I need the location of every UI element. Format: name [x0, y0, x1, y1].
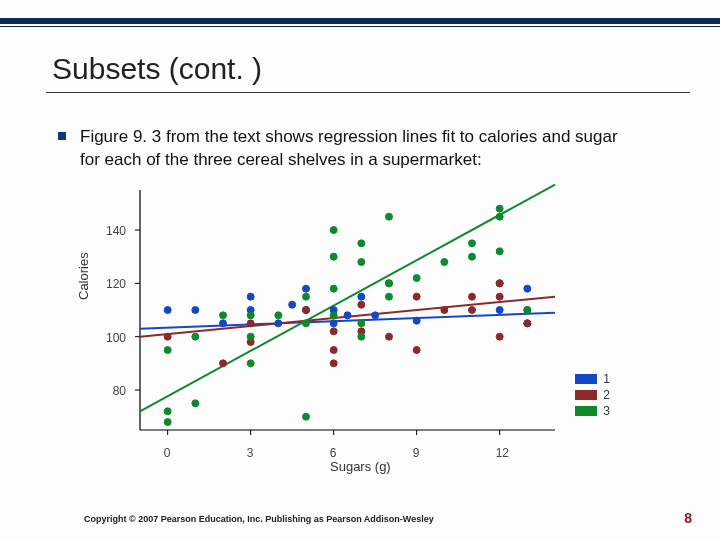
- svg-point-26: [358, 293, 365, 300]
- svg-point-56: [164, 408, 171, 415]
- slide-title: Subsets (cont. ): [52, 52, 262, 86]
- legend: 123: [575, 370, 610, 420]
- svg-point-85: [496, 213, 503, 220]
- svg-point-59: [192, 400, 199, 407]
- svg-point-19: [275, 320, 282, 327]
- legend-swatch-icon: [575, 374, 597, 384]
- svg-point-62: [247, 333, 254, 340]
- svg-point-64: [275, 312, 282, 319]
- svg-point-33: [164, 333, 171, 340]
- legend-label: 3: [603, 404, 610, 418]
- svg-point-42: [358, 301, 365, 308]
- svg-point-49: [469, 293, 476, 300]
- legend-item: 2: [575, 388, 610, 402]
- svg-point-23: [330, 320, 337, 327]
- svg-point-58: [192, 333, 199, 340]
- svg-point-68: [330, 312, 337, 319]
- legend-item: 1: [575, 372, 610, 386]
- svg-point-61: [247, 360, 254, 367]
- svg-point-70: [330, 253, 337, 260]
- x-tick-label: 12: [496, 446, 509, 460]
- y-tick-label: 100: [98, 331, 126, 345]
- svg-point-34: [220, 360, 227, 367]
- svg-point-74: [358, 259, 365, 266]
- copyright-footer: Copyright © 2007 Pearson Education, Inc.…: [84, 514, 434, 524]
- svg-point-16: [220, 320, 227, 327]
- page-number: 8: [684, 510, 692, 526]
- svg-point-71: [330, 227, 337, 234]
- svg-point-25: [344, 312, 351, 319]
- svg-point-20: [289, 301, 296, 308]
- svg-point-76: [386, 293, 393, 300]
- svg-point-27: [372, 312, 379, 319]
- svg-point-72: [358, 320, 365, 327]
- regression-chart: Calories Sugars (g) 80100120140 036912 1…: [100, 180, 620, 470]
- svg-point-28: [413, 317, 420, 324]
- bullet-text: Figure 9. 3 from the text shows regressi…: [80, 126, 640, 172]
- svg-point-55: [164, 419, 171, 426]
- legend-item: 3: [575, 404, 610, 418]
- svg-point-83: [496, 248, 503, 255]
- svg-point-69: [330, 285, 337, 292]
- header-rule: [0, 18, 720, 24]
- svg-point-46: [413, 347, 420, 354]
- svg-point-30: [496, 307, 503, 314]
- svg-point-67: [303, 413, 310, 420]
- svg-point-18: [247, 293, 254, 300]
- svg-point-78: [386, 213, 393, 220]
- svg-point-40: [330, 328, 337, 335]
- svg-point-65: [303, 320, 310, 327]
- svg-point-38: [330, 360, 337, 367]
- x-tick-label: 3: [247, 446, 254, 460]
- x-axis-label: Sugars (g): [330, 459, 391, 474]
- bullet-item: Figure 9. 3 from the text shows regressi…: [58, 126, 670, 172]
- svg-point-50: [496, 293, 503, 300]
- legend-swatch-icon: [575, 390, 597, 400]
- svg-point-73: [358, 333, 365, 340]
- svg-point-79: [413, 275, 420, 282]
- svg-point-48: [469, 307, 476, 314]
- svg-point-39: [330, 347, 337, 354]
- chart-canvas: [100, 180, 620, 470]
- svg-point-45: [413, 293, 420, 300]
- y-tick-label: 80: [98, 384, 126, 398]
- legend-label: 2: [603, 388, 610, 402]
- svg-point-36: [247, 320, 254, 327]
- svg-point-22: [303, 285, 310, 292]
- svg-point-51: [496, 280, 503, 287]
- svg-point-60: [220, 312, 227, 319]
- svg-point-80: [441, 259, 448, 266]
- legend-swatch-icon: [575, 406, 597, 416]
- svg-point-14: [164, 307, 171, 314]
- svg-point-37: [303, 307, 310, 314]
- y-tick-label: 140: [98, 224, 126, 238]
- svg-point-15: [192, 307, 199, 314]
- x-tick-label: 0: [164, 446, 171, 460]
- x-tick-label: 6: [330, 446, 337, 460]
- svg-point-81: [469, 253, 476, 260]
- svg-point-77: [386, 280, 393, 287]
- svg-point-82: [469, 240, 476, 247]
- svg-point-52: [524, 320, 531, 327]
- svg-point-47: [441, 307, 448, 314]
- svg-point-84: [496, 205, 503, 212]
- svg-point-31: [524, 285, 531, 292]
- svg-point-86: [524, 307, 531, 314]
- legend-label: 1: [603, 372, 610, 386]
- svg-line-13: [140, 185, 555, 412]
- y-tick-label: 120: [98, 277, 126, 291]
- slide: Subsets (cont. ) Figure 9. 3 from the te…: [0, 0, 720, 540]
- y-axis-label: Calories: [76, 252, 91, 300]
- svg-point-54: [496, 333, 503, 340]
- svg-point-57: [164, 347, 171, 354]
- title-underline: [46, 92, 690, 93]
- svg-point-75: [358, 240, 365, 247]
- bullet-marker-icon: [58, 132, 66, 140]
- svg-point-43: [386, 333, 393, 340]
- svg-point-63: [247, 312, 254, 319]
- svg-point-66: [303, 293, 310, 300]
- x-tick-label: 9: [413, 446, 420, 460]
